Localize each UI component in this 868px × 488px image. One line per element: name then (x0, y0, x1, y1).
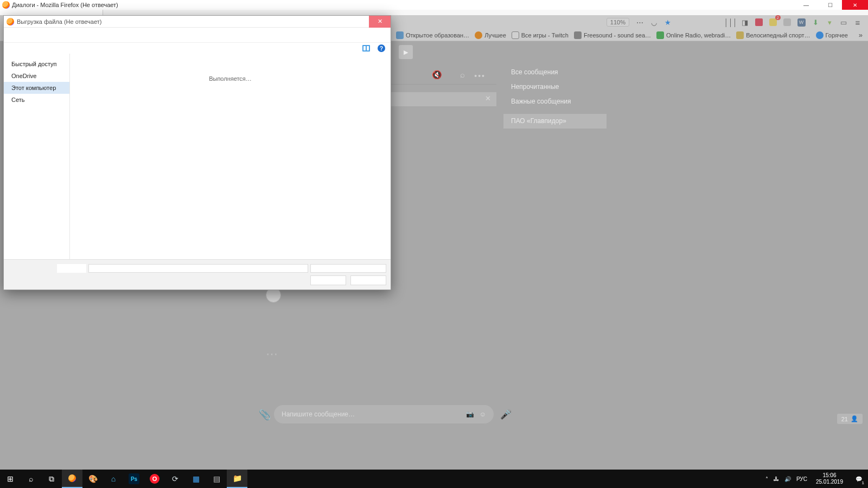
bookmark-favicon (736, 31, 744, 39)
attach-icon[interactable]: 📎 (259, 409, 271, 421)
bookmark-label: Велосипедный спорт… (746, 32, 810, 38)
nav-onedrive[interactable]: OneDrive (4, 70, 69, 82)
side-filter-item[interactable]: Важные сообщения (503, 94, 607, 109)
bookmark-label: Все игры - Twitch (521, 32, 569, 38)
taskbar-app-photoshop[interactable]: Ps (124, 470, 144, 488)
taskbar-search-button[interactable]: ⌕ (21, 470, 41, 488)
tray-overflow-icon[interactable]: ˄ (765, 476, 768, 482)
dialog-footer (4, 259, 391, 290)
microphone-icon[interactable]: 🎤 (500, 409, 512, 420)
message-input[interactable]: Напишите сообщение… 📷 ☺ (274, 405, 494, 423)
firefox-icon (68, 474, 76, 482)
clock-date: 25.01.2019 (816, 479, 843, 485)
library-icon[interactable]: │││ (726, 17, 736, 27)
bookmark-label: Лучшее (484, 32, 506, 38)
window-title: Диалоги - Mozilla Firefox (Не отвечает) (12, 2, 118, 8)
taskbar-app-firefox[interactable] (62, 470, 82, 488)
bookmark-item[interactable]: Горячее (816, 31, 848, 39)
window-close-button[interactable]: ✕ (842, 0, 868, 10)
taskbar-app-opera[interactable]: O (144, 470, 165, 488)
filetype-select[interactable] (310, 264, 386, 273)
bookmark-item[interactable]: Все игры - Twitch (512, 31, 569, 39)
bookmark-item[interactable]: Велосипедный спорт… (736, 31, 810, 39)
nav-quick-access[interactable]: Быстрый доступ (4, 58, 69, 70)
audio-play-button[interactable]: ▶ (399, 45, 413, 59)
bookmark-label: Открытое образован… (406, 32, 469, 38)
taskbar-app-steam[interactable]: ⟳ (165, 470, 186, 488)
extension-icon[interactable] (782, 17, 792, 27)
nav-this-pc[interactable]: Этот компьютер (4, 82, 69, 94)
close-icon[interactable]: ✕ (485, 94, 491, 102)
language-indicator[interactable]: РУС (796, 476, 807, 482)
mute-icon[interactable]: 🔇 (432, 70, 442, 80)
emoji-icon[interactable]: ☺ (480, 410, 486, 418)
bookmark-label: Freesound - sound sea… (584, 32, 651, 38)
dialog-titlebar[interactable]: Выгрузка файла (Не отвечает) ✕ (4, 16, 391, 28)
bookmark-item[interactable]: Открытое образован… (396, 31, 469, 39)
firefox-icon (2, 1, 10, 9)
bookmark-favicon (475, 31, 482, 39)
android-icon[interactable]: ▾ (825, 17, 834, 27)
shield-icon[interactable]: ◡ (649, 17, 659, 27)
message-input-placeholder: Напишите сообщение… (282, 410, 355, 418)
action-center-icon[interactable]: 💬 1 (852, 470, 866, 488)
taskbar-app-paint[interactable]: 🎨 (82, 470, 103, 488)
window-minimize-button[interactable]: — (794, 0, 818, 10)
page-actions-icon[interactable]: ⋯ (635, 17, 644, 27)
volume-icon[interactable]: 🔊 (784, 476, 791, 482)
bookmark-favicon (396, 31, 404, 39)
help-icon[interactable]: ? (378, 44, 385, 52)
user-icon: 👤 (851, 415, 858, 422)
bookmark-label: Online Radio, webradi… (666, 32, 731, 38)
windows-taskbar: ⊞ ⌕ ⧉ 🎨 ⌂ Ps O ⟳ ▦ ▤ 📁 ˄ 🖧 🔊 РУС 15:06 2… (0, 470, 868, 488)
dialog-address-bar[interactable] (4, 28, 391, 43)
taskbar-app-cards[interactable]: ▦ (186, 470, 206, 488)
bookmark-favicon (574, 31, 582, 39)
more-icon[interactable]: ••• (474, 72, 486, 80)
view-toggle-icon[interactable] (362, 45, 370, 52)
search-icon[interactable]: ⌕ (460, 70, 465, 79)
bookmark-star-icon[interactable]: ★ (663, 17, 673, 27)
zoom-indicator[interactable]: 110% (607, 18, 629, 27)
dialog-nav-tree: Быстрый доступ OneDrive Этот компьютер С… (4, 54, 70, 259)
side-filter-item[interactable]: Непрочитанные (503, 80, 607, 94)
filename-input[interactable] (88, 264, 308, 273)
taskbar-app-calculator[interactable]: ▤ (206, 470, 227, 488)
cancel-button[interactable] (350, 275, 386, 285)
pocket-icon[interactable] (754, 17, 764, 27)
bookmark-favicon (656, 31, 664, 39)
page-icon[interactable]: ▭ (839, 17, 848, 27)
bookmark-item[interactable]: Online Radio, webradi… (656, 31, 731, 39)
dialog-title: Выгрузка файла (Не отвечает) (17, 18, 101, 25)
app-titlebar: Диалоги - Mozilla Firefox (Не отвечает) … (0, 0, 868, 10)
sidebar-icon[interactable]: ◨ (740, 17, 750, 27)
taskbar-app-explorer[interactable]: 📁 (227, 470, 247, 488)
dialog-close-button[interactable]: ✕ (369, 16, 391, 28)
bookmark-favicon (816, 31, 824, 39)
nav-network[interactable]: Сеть (4, 94, 69, 106)
badge-count: 21 (841, 416, 848, 422)
bookmarks-overflow-button[interactable]: » (859, 31, 863, 39)
taskbar-app-generic[interactable]: ⌂ (103, 470, 124, 488)
network-icon[interactable]: 🖧 (774, 476, 779, 482)
hamburger-menu-icon[interactable]: ≡ (853, 17, 863, 27)
side-filter-selected[interactable]: ПАО «Главпидор» (503, 114, 607, 129)
file-upload-dialog: Выгрузка файла (Не отвечает) ✕ ? Быстрый… (3, 15, 391, 290)
camera-icon[interactable]: 📷 (466, 410, 474, 418)
window-maximize-button[interactable]: ☐ (818, 0, 842, 10)
taskbar-clock[interactable]: 15:06 25.01.2019 (813, 472, 846, 485)
start-button[interactable]: ⊞ (0, 470, 21, 488)
firefox-icon (7, 18, 14, 25)
open-button[interactable] (310, 275, 346, 285)
side-filter-item[interactable]: Все сообщения (503, 65, 607, 80)
online-count-badge[interactable]: 21 👤 (837, 414, 863, 424)
task-view-button[interactable]: ⧉ (41, 470, 62, 488)
vk-icon[interactable]: W (796, 17, 806, 27)
bookmark-item[interactable]: Лучшее (475, 31, 506, 39)
download-icon[interactable]: ⬇ (810, 17, 820, 27)
bookmark-item[interactable]: Freesound - sound sea… (574, 31, 651, 39)
chat-side-panel: Все сообщения Непрочитанные Важные сообщ… (503, 65, 607, 129)
messages-icon[interactable]: 2 (768, 17, 778, 27)
system-tray: ˄ 🖧 🔊 РУС 15:06 25.01.2019 💬 1 (765, 470, 868, 488)
browser-tab[interactable] (0, 10, 103, 15)
